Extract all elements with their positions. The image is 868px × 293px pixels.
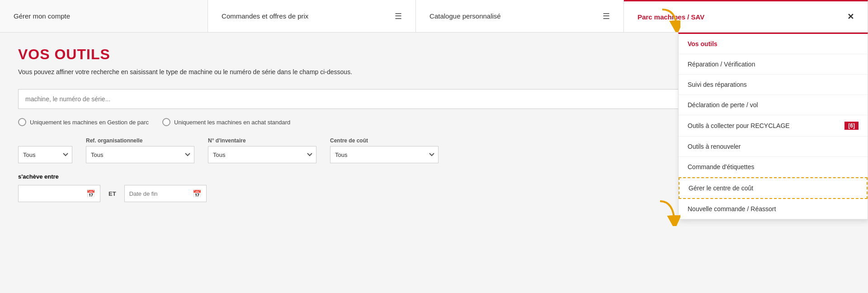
dropdown-item-etiquettes[interactable]: Commande d'étiquettes <box>679 157 868 177</box>
filter-centre-cout-select[interactable]: Tous <box>330 146 439 163</box>
filter-ref-org-select[interactable]: Tous <box>86 146 194 163</box>
dropdown-item-suivi[interactable]: Suivi des réparations <box>679 75 868 95</box>
dropdown-vos-outils-label: Vos outils <box>688 40 717 47</box>
filter-first-wrapper: Tous <box>18 146 72 163</box>
nav-orders-label: Commandes et offres de prix <box>222 12 308 20</box>
dropdown-item-declaration[interactable]: Déclaration de perte / vol <box>679 95 868 115</box>
parc-dropdown: Vos outils Réparation / Vérification Sui… <box>678 33 868 220</box>
radio-gestion-parc[interactable]: Uniquement les machines en Gestion de pa… <box>18 118 149 126</box>
nav-parc[interactable]: Parc machines / SAV ✕ <box>624 0 868 32</box>
dropdown-declaration-label: Déclaration de perte / vol <box>688 101 758 109</box>
nav-catalog-label: Catalogue personnalisé <box>429 12 501 20</box>
nav-parc-close-icon[interactable]: ✕ <box>847 12 854 22</box>
date-end-input[interactable] <box>125 185 188 202</box>
filter-ref-org-label: Ref. organisationnelle <box>86 137 194 144</box>
date-end-wrapper: 📅 <box>124 185 207 202</box>
radio-circle-gestion <box>18 118 26 126</box>
filter-group-first: Tous <box>18 137 72 163</box>
filter-group-inventaire: N° d'inventaire Tous <box>208 137 316 163</box>
dropdown-reparation-label: Réparation / Vérification <box>688 61 755 68</box>
nav-orders-menu-icon: ☰ <box>395 11 402 21</box>
nav-manage-account-label: Gérer mon compte <box>14 12 70 20</box>
dropdown-centre-cout-label: Gérer le centre de coût <box>689 184 753 192</box>
nav-catalog-menu-icon: ☰ <box>603 11 610 21</box>
dropdown-renouveler-label: Outils à renouveler <box>688 143 741 150</box>
nav-orders[interactable]: Commandes et offres de prix ☰ <box>208 0 416 32</box>
dropdown-etiquettes-label: Commande d'étiquettes <box>688 163 754 170</box>
radio-circle-achat <box>162 118 170 126</box>
dropdown-item-reparation[interactable]: Réparation / Vérification <box>679 54 868 75</box>
et-label: ET <box>106 190 119 197</box>
filter-group-centre-cout: Centre de coût Tous <box>330 137 439 163</box>
date-start-input[interactable] <box>19 185 82 202</box>
radio-achat-standard[interactable]: Uniquement les machines en achat standar… <box>162 118 290 126</box>
dropdown-nouvelle-commande-label: Nouvelle commande / Réassort <box>688 205 776 213</box>
nav-parc-label: Parc machines / SAV <box>637 13 704 21</box>
dropdown-item-centre-cout[interactable]: Gérer le centre de coût <box>679 177 868 199</box>
calendar-start-icon[interactable]: 📅 <box>82 189 100 198</box>
top-navigation: Gérer mon compte Commandes et offres de … <box>0 0 868 33</box>
filter-ref-org-wrapper: Tous <box>86 146 194 163</box>
calendar-end-icon[interactable]: 📅 <box>188 189 206 198</box>
dropdown-item-vos-outils[interactable]: Vos outils <box>679 34 868 54</box>
dropdown-suivi-label: Suivi des réparations <box>688 81 747 88</box>
filter-inventaire-label: N° d'inventaire <box>208 137 316 144</box>
recyclage-badge: [6] <box>844 122 859 130</box>
radio-gestion-label: Uniquement les machines en Gestion de pa… <box>30 119 149 126</box>
filter-first-select[interactable]: Tous <box>18 146 72 163</box>
filter-inventaire-wrapper: Tous <box>208 146 316 163</box>
date-start-wrapper: 📅 <box>18 185 100 202</box>
nav-manage-account[interactable]: Gérer mon compte <box>0 0 208 32</box>
radio-achat-label: Uniquement les machines en achat standar… <box>174 119 290 126</box>
nav-catalog[interactable]: Catalogue personnalisé ☰ <box>416 0 624 32</box>
filter-inventaire-select[interactable]: Tous <box>208 146 316 163</box>
filter-first-label <box>18 137 72 144</box>
filter-centre-cout-label: Centre de coût <box>330 137 439 144</box>
filter-centre-cout-wrapper: Tous <box>330 146 439 163</box>
dropdown-recyclage-label: Outils à collecter pour RECYCLAGE <box>688 122 790 129</box>
dropdown-item-recyclage[interactable]: Outils à collecter pour RECYCLAGE [6] <box>679 115 868 137</box>
filter-group-ref-org: Ref. organisationnelle Tous <box>86 137 194 163</box>
date-section-label: s'achève entre <box>18 173 59 180</box>
dropdown-item-renouveler[interactable]: Outils à renouveler <box>679 137 868 157</box>
dropdown-item-nouvelle-commande[interactable]: Nouvelle commande / Réassort <box>679 199 868 219</box>
